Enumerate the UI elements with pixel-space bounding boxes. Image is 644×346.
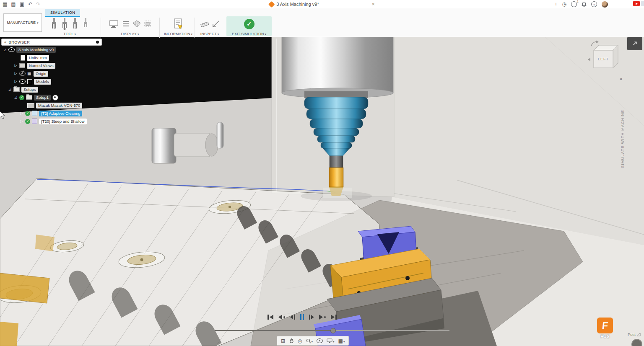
bull-endmill-icon[interactable]	[71, 18, 79, 30]
section-analysis-icon[interactable]	[212, 20, 220, 28]
tree-row-setups[interactable]: Setups	[1, 85, 100, 93]
clock-icon[interactable]: ◷	[562, 2, 566, 7]
visibility-eye-icon[interactable]	[8, 47, 15, 52]
workspace-selector[interactable]: MANUFACTURE	[3, 13, 42, 32]
display-settings-icon[interactable]	[327, 338, 335, 344]
pause-button[interactable]	[300, 314, 304, 320]
ball-endmill-icon[interactable]	[61, 18, 68, 30]
save-icon[interactable]: ▣	[20, 2, 24, 7]
tab-simulation[interactable]: SIMULATION	[45, 9, 80, 17]
fusion-watermark-icon[interactable]: F	[597, 318, 613, 333]
step-back-button[interactable]	[290, 314, 295, 320]
inspect-group-label[interactable]: INSPECT	[200, 32, 219, 36]
browser-options-icon[interactable]	[96, 41, 99, 44]
app-grid-icon[interactable]: ▦	[3, 2, 7, 7]
skip-to-start-button[interactable]	[267, 314, 273, 320]
viewports-grid-icon[interactable]: ▦	[338, 338, 345, 344]
expand-panel-button[interactable]	[627, 37, 642, 50]
fusion-watermark[interactable]: F FUS	[597, 318, 613, 339]
timeline-progress	[215, 330, 332, 331]
tree-row-machine[interactable]: Mazak Mazak VCN-570	[1, 101, 100, 109]
view-cube[interactable]: LEFT	[587, 39, 622, 78]
collapse-sidebar-icon[interactable]: «	[620, 76, 622, 81]
post-button[interactable]: Post	[628, 332, 641, 337]
ribbon-toolbar: MANUFACTURE SIMULATION TOOL DISPLAY	[0, 8, 644, 37]
help-icon[interactable]	[591, 1, 597, 7]
file-menu-icon[interactable]: ▤	[11, 2, 16, 7]
exit-simulation-label[interactable]: EXIT SIMULATION	[232, 32, 266, 36]
play-reverse-button[interactable]	[278, 314, 285, 320]
visibility-eye-off-icon[interactable]	[19, 71, 26, 76]
collapse-panel-icon[interactable]: «	[4, 40, 7, 44]
browser-extension-icon[interactable]	[641, 1, 644, 6]
statistics-list-icon[interactable]	[122, 21, 130, 27]
spindle-housing	[282, 37, 393, 93]
expand-arrow-icon[interactable]	[14, 96, 18, 99]
tree-label-named-views[interactable]: Named Views	[27, 63, 55, 69]
visibility-eye-icon[interactable]	[19, 79, 26, 84]
expand-arrow-icon[interactable]	[14, 72, 18, 75]
simulation-tab-label: SIMULATION	[50, 10, 75, 15]
new-tab-icon[interactable]: +	[555, 2, 558, 7]
tree-row-models[interactable]: Models	[1, 77, 100, 85]
active-setup-radio-icon[interactable]	[52, 95, 58, 101]
exit-simulation-check-icon[interactable]	[244, 19, 254, 29]
simulation-timeline[interactable]	[215, 328, 449, 333]
display-group-label[interactable]: DISPLAY	[121, 32, 139, 36]
look-at-eye-icon[interactable]	[317, 338, 323, 343]
watermark-text: FUS	[597, 334, 613, 339]
tree-row-setup1[interactable]: Setup1	[1, 93, 100, 101]
youtube-icon[interactable]	[633, 1, 640, 6]
document-tab[interactable]: 3 Axis Machining v9* ×	[269, 0, 375, 8]
information-group-label[interactable]: INFORMATION	[164, 32, 192, 36]
tree-row-adaptive-clearing[interactable]: [T2] Adaptive Clearing	[1, 109, 100, 117]
display-monitor-icon[interactable]	[109, 20, 119, 28]
tree-label-machine[interactable]: Mazak Mazak VCN-570	[36, 103, 82, 108]
pan-hand-icon[interactable]	[289, 338, 294, 343]
information-document-icon[interactable]	[173, 18, 183, 29]
tree-label-models[interactable]: Models	[34, 79, 51, 85]
expand-arrow-icon[interactable]	[14, 80, 18, 83]
redo-icon[interactable]: ↷	[36, 2, 40, 7]
tree-row-named-views[interactable]: Named Views	[1, 62, 100, 70]
tree-label-steep-shallow[interactable]: [T20] Steep and Shallow	[39, 119, 87, 124]
orbit-icon[interactable]: ◎	[298, 338, 302, 344]
fusion-logo-icon	[268, 1, 275, 8]
step-forward-button[interactable]	[309, 314, 314, 320]
undo-icon[interactable]: ↶	[28, 2, 32, 7]
expand-arrow-icon[interactable]	[8, 88, 12, 91]
browser-header[interactable]: « BROWSER	[1, 39, 102, 46]
tree-label-units[interactable]: Units: mm	[27, 55, 49, 61]
expand-arrow-icon[interactable]	[14, 64, 18, 67]
tree-label-setups[interactable]: Setups	[21, 87, 38, 93]
job-status-icon[interactable]: 1	[571, 1, 577, 7]
expand-arrow-icon[interactable]	[20, 111, 23, 115]
play-forward-button[interactable]	[319, 314, 326, 320]
tree-row-origin[interactable]: ▦ Origin	[1, 70, 100, 77]
rotate-left-arrow-icon[interactable]	[588, 58, 590, 61]
skip-to-end-button[interactable]	[331, 314, 337, 320]
expand-arrow-icon[interactable]	[3, 48, 7, 52]
expand-arrow-icon[interactable]	[20, 119, 23, 123]
tree-label-setup1[interactable]: Setup1	[34, 95, 51, 101]
tree-row-root[interactable]: 3 Axis Machining v9	[1, 46, 100, 54]
tree-label-origin[interactable]: Origin	[34, 71, 48, 77]
tree-row-steep-shallow[interactable]: [T20] Steep and Shallow	[1, 117, 100, 125]
zoom-icon[interactable]	[306, 338, 313, 344]
tree-label-adaptive-clearing[interactable]: [T2] Adaptive Clearing	[39, 111, 82, 116]
transparency-cube-icon[interactable]	[144, 20, 151, 28]
material-diamond-icon[interactable]	[132, 20, 141, 28]
chamfer-tool-icon[interactable]	[82, 18, 89, 30]
tool-group-label[interactable]: TOOL	[63, 32, 76, 36]
timeline-handle[interactable]	[330, 328, 336, 333]
measure-icon[interactable]	[200, 20, 209, 28]
exit-simulation-group[interactable]: EXIT SIMULATION	[226, 16, 272, 36]
tree-label-document[interactable]: 3 Axis Machining v9	[16, 47, 56, 53]
user-avatar[interactable]	[602, 1, 608, 8]
fit-view-icon[interactable]: ⊞	[281, 338, 285, 344]
valid-check-icon	[25, 119, 30, 124]
tree-row-units[interactable]: Units: mm	[1, 54, 100, 62]
flat-endmill-icon[interactable]	[50, 18, 58, 30]
bell-icon[interactable]	[582, 2, 587, 7]
close-tab-icon[interactable]: ×	[372, 1, 375, 7]
